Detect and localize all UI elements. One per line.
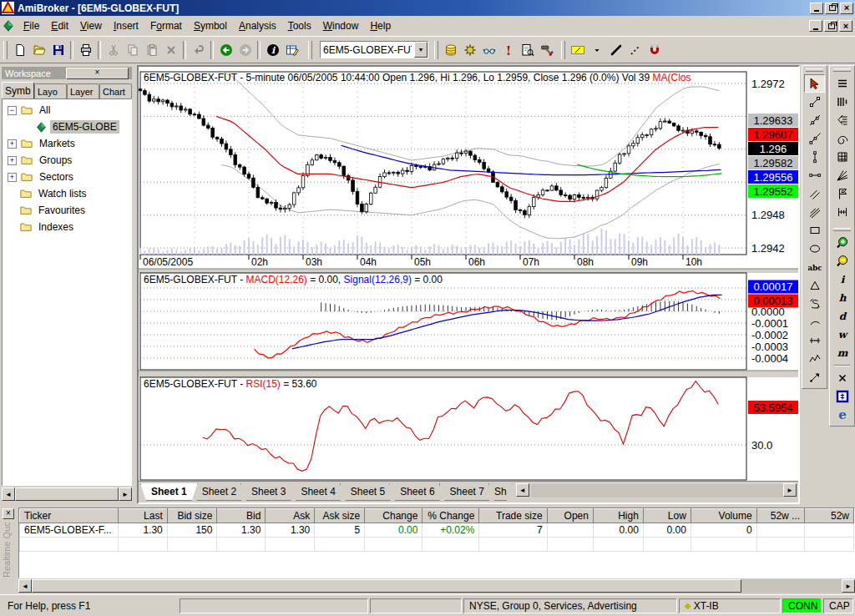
tree-item-6em5-globe[interactable]: 6EM5-GLOBE bbox=[3, 119, 131, 135]
vertical-line-icon[interactable] bbox=[804, 148, 825, 166]
measure-icon[interactable] bbox=[804, 331, 825, 350]
chart-plot-area[interactable]: 6EM5-GLOBEX-FUT - 5-minute 06/05/2005 10… bbox=[139, 67, 798, 481]
menu-window[interactable]: Window bbox=[317, 18, 365, 34]
cut-icon[interactable] bbox=[104, 41, 123, 59]
fib-arcs-icon[interactable] bbox=[832, 129, 852, 148]
preferences-icon[interactable] bbox=[460, 41, 479, 59]
expander-minus-icon[interactable]: − bbox=[8, 106, 17, 115]
rectangle-icon[interactable] bbox=[804, 221, 825, 240]
undo-icon[interactable] bbox=[189, 41, 208, 59]
close-x-icon[interactable] bbox=[832, 369, 852, 387]
line-style-dropdown-icon[interactable] bbox=[587, 41, 606, 59]
workspace-tab-layo[interactable]: Layo bbox=[34, 83, 67, 98]
menu-analysis[interactable]: Analysis bbox=[233, 18, 282, 34]
ellipse-icon[interactable] bbox=[804, 240, 825, 258]
workspace-hscrollbar[interactable]: ◄ ► bbox=[2, 487, 132, 501]
gann-square-icon[interactable] bbox=[832, 203, 852, 221]
dotted-line-icon[interactable] bbox=[625, 41, 645, 59]
column-header-bid[interactable]: Bid bbox=[217, 509, 266, 523]
column-header-volume[interactable]: Volume bbox=[691, 509, 756, 523]
trendline-icon[interactable] bbox=[804, 111, 825, 129]
column-header-bid-size[interactable]: Bid size bbox=[167, 509, 217, 523]
dock-hscrollbar[interactable]: ◄ ► bbox=[18, 579, 855, 593]
combo-dropdown-icon[interactable]: ▼ bbox=[414, 42, 428, 58]
expander-plus-icon[interactable]: + bbox=[8, 173, 17, 182]
explore-icon[interactable] bbox=[518, 41, 537, 59]
interval-w-icon[interactable]: w bbox=[832, 326, 852, 344]
column-header--change[interactable]: % Change bbox=[422, 509, 479, 523]
symbol-combo-input[interactable] bbox=[321, 42, 414, 58]
zigzag-icon[interactable] bbox=[804, 350, 825, 368]
fib-fan-icon[interactable] bbox=[832, 166, 852, 184]
database-icon[interactable] bbox=[441, 41, 460, 59]
regression-channel-icon[interactable] bbox=[804, 203, 825, 221]
draw-line-icon[interactable] bbox=[606, 41, 625, 59]
expander-plus-icon[interactable]: + bbox=[8, 156, 17, 165]
child-restore-button[interactable] bbox=[824, 20, 837, 32]
expander-plus-icon[interactable]: + bbox=[8, 139, 17, 149]
quote-editor-icon[interactable] bbox=[282, 41, 301, 59]
minimize-button[interactable] bbox=[810, 3, 823, 14]
analysis-hammer-icon[interactable] bbox=[537, 41, 556, 59]
price-style-icon[interactable] bbox=[832, 74, 852, 93]
magnet-icon[interactable] bbox=[645, 41, 664, 59]
flag-note-icon[interactable] bbox=[832, 184, 852, 203]
paste-icon[interactable] bbox=[142, 41, 161, 59]
menu-view[interactable]: View bbox=[74, 18, 108, 34]
sheet-tab-3[interactable]: Sheet 3 bbox=[240, 483, 296, 501]
delete-icon[interactable] bbox=[161, 41, 180, 59]
scroll-left-icon[interactable]: ◄ bbox=[18, 579, 32, 593]
menu-edit[interactable]: Edit bbox=[45, 18, 74, 34]
sheet-tab-8[interactable]: Sh bbox=[488, 483, 513, 501]
interval-i-icon[interactable]: i bbox=[832, 270, 852, 289]
menu-tools[interactable]: Tools bbox=[282, 18, 317, 34]
fib-retracement-icon[interactable] bbox=[832, 111, 852, 129]
info-icon[interactable]: i bbox=[263, 41, 282, 59]
workspace-tab-symb[interactable]: Symb bbox=[2, 82, 34, 98]
scroll-right-icon[interactable]: ► bbox=[119, 487, 132, 501]
text-abc-icon[interactable]: abc bbox=[804, 258, 825, 276]
view-filter-icon[interactable] bbox=[479, 41, 498, 59]
bar-style-icon[interactable] bbox=[832, 93, 852, 111]
sheet-tab-7[interactable]: Sheet 7 bbox=[439, 483, 495, 501]
tree-item-markets[interactable]: +Markets bbox=[3, 135, 131, 152]
ray-icon[interactable] bbox=[804, 129, 825, 148]
sheet-tab-5[interactable]: Sheet 5 bbox=[340, 483, 396, 501]
nav-back-icon[interactable] bbox=[216, 41, 235, 59]
quote-table[interactable]: TickerLastBid sizeBidAskAsk sizeChange% … bbox=[19, 508, 854, 552]
alert-icon[interactable]: ! bbox=[498, 41, 518, 59]
menu-help[interactable]: Help bbox=[364, 18, 397, 34]
open-folder-icon[interactable] bbox=[29, 41, 48, 59]
parallel-lines-icon[interactable] bbox=[804, 184, 825, 203]
symbol-combo[interactable]: ▼ bbox=[320, 41, 428, 58]
print-icon[interactable] bbox=[76, 41, 95, 59]
column-header-last[interactable]: Last bbox=[118, 509, 167, 523]
zoom-in-icon[interactable] bbox=[832, 234, 852, 252]
sheet-tab-4[interactable]: Sheet 4 bbox=[290, 483, 346, 501]
tree-item-groups[interactable]: +Groups bbox=[3, 152, 131, 169]
column-header-ask-size[interactable]: Ask size bbox=[315, 509, 365, 523]
sheet-tab-2[interactable]: Sheet 2 bbox=[191, 483, 247, 501]
sheet-tab-6[interactable]: Sheet 6 bbox=[389, 483, 445, 501]
line-style-icon[interactable] bbox=[568, 41, 587, 59]
arrow-note-icon[interactable] bbox=[804, 368, 825, 386]
menu-symbol[interactable]: Symbol bbox=[188, 18, 233, 34]
tree-item-sectors[interactable]: +Sectors bbox=[3, 169, 131, 185]
tab-scroll-right-icon[interactable]: ► bbox=[783, 483, 797, 497]
pointer-icon[interactable] bbox=[804, 74, 825, 93]
tree-item-watch-lists[interactable]: Watch lists bbox=[3, 185, 131, 202]
tree-item-favourites[interactable]: Favourites bbox=[3, 202, 131, 219]
horizontal-line-icon[interactable] bbox=[804, 166, 825, 184]
fib-timezones-icon[interactable] bbox=[804, 295, 825, 313]
menu-format[interactable]: Format bbox=[144, 18, 188, 34]
sheet-tab-1[interactable]: Sheet 1 bbox=[140, 483, 198, 501]
nav-forward-icon[interactable] bbox=[235, 41, 255, 59]
triangle-icon[interactable] bbox=[804, 276, 825, 295]
column-header-change[interactable]: Change bbox=[365, 509, 422, 523]
arc-icon[interactable] bbox=[804, 313, 825, 331]
column-header-ticker[interactable]: Ticker bbox=[20, 509, 119, 523]
new-document-icon[interactable] bbox=[10, 41, 29, 59]
scroll-right-icon[interactable]: ► bbox=[842, 579, 855, 593]
copy-icon[interactable] bbox=[123, 41, 142, 59]
close-button[interactable]: × bbox=[840, 3, 853, 14]
